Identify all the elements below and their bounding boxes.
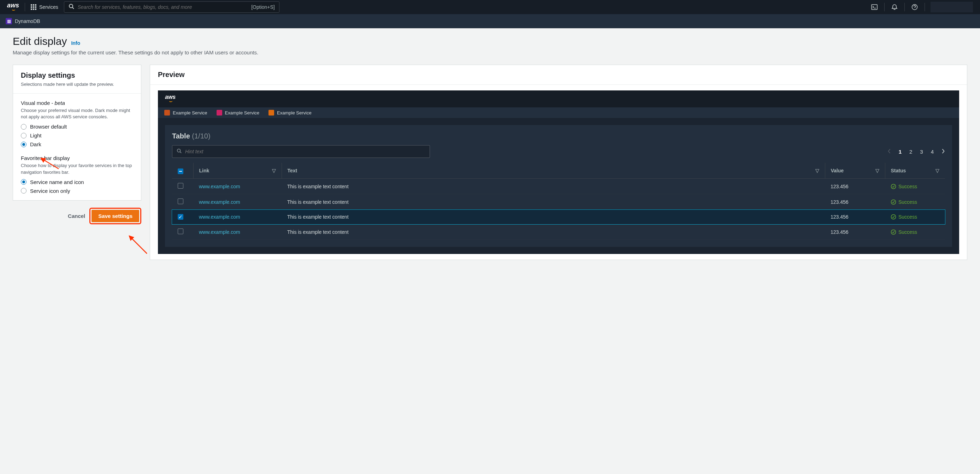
radio-name-and-icon[interactable]: Service name and icon <box>21 179 133 185</box>
settings-subtitle: Selections made here will update the pre… <box>21 81 133 87</box>
radio-icon <box>21 124 27 130</box>
cloudshell-icon[interactable] <box>870 3 878 11</box>
account-menu[interactable] <box>931 2 973 12</box>
info-link[interactable]: Info <box>71 40 80 46</box>
cell-value: 123.456 <box>825 194 885 210</box>
select-all-header[interactable] <box>172 163 193 179</box>
radio-icon-only[interactable]: Service icon only <box>21 188 133 194</box>
table-row[interactable]: www.example.comThis is example text cont… <box>172 224 945 240</box>
cell-text: This is example text content <box>282 210 825 224</box>
svg-point-17 <box>891 184 896 189</box>
preview-topnav: aws⌣ <box>158 91 959 107</box>
cell-value: 123.456 <box>825 210 885 224</box>
radio-icon <box>21 142 27 147</box>
radio-icon <box>21 179 27 185</box>
annotation-highlight: Save settings <box>89 208 141 224</box>
svg-rect-0 <box>31 4 32 6</box>
notifications-icon[interactable] <box>890 3 899 11</box>
svg-point-9 <box>69 4 73 8</box>
aws-logo[interactable]: aws⌣ <box>7 2 19 12</box>
help-icon[interactable] <box>910 3 919 11</box>
service-icon <box>269 110 274 116</box>
col-text[interactable]: Text▽ <box>282 163 825 179</box>
cell-link[interactable]: www.example.com <box>193 224 282 240</box>
preview-table-card: Table (1/10) <box>165 125 952 247</box>
cell-link[interactable]: www.example.com <box>193 210 282 224</box>
service-icon <box>216 110 222 116</box>
svg-rect-8 <box>35 8 37 10</box>
cell-value: 123.456 <box>825 224 885 240</box>
divider <box>924 3 925 11</box>
search-icon <box>68 3 74 11</box>
cancel-button[interactable]: Cancel <box>68 208 85 224</box>
visual-mode-radios: Browser default Light Dark <box>21 124 133 147</box>
preview-table: Link▽ Text▽ Value▽ Status▽ www.example.c… <box>172 163 945 240</box>
table-search-input[interactable] <box>185 149 425 154</box>
favorites-title: Favorites bar display <box>21 155 133 161</box>
row-checkbox[interactable] <box>178 199 183 204</box>
page-title: Edit display <box>13 35 67 47</box>
save-settings-button[interactable]: Save settings <box>92 210 139 222</box>
radio-light[interactable]: Light <box>21 132 133 138</box>
col-status[interactable]: Status▽ <box>885 163 945 179</box>
row-checkbox[interactable] <box>178 229 183 234</box>
radio-icon <box>21 133 27 138</box>
svg-rect-2 <box>35 4 37 6</box>
divider <box>884 3 885 11</box>
display-settings-panel: Display settings Selections made here wi… <box>13 65 141 200</box>
search-input[interactable] <box>78 4 248 10</box>
visual-mode-title: Visual mode - beta <box>21 100 133 106</box>
favorites-radios: Service name and icon Service icon only <box>21 179 133 194</box>
table-search[interactable] <box>172 145 430 158</box>
visual-mode-desc: Choose your preferred visual mode. Dark … <box>21 107 133 120</box>
col-value[interactable]: Value▽ <box>825 163 885 179</box>
main-content: Edit display Info Manage display setting… <box>0 28 980 267</box>
radio-browser-default[interactable]: Browser default <box>21 124 133 130</box>
cell-link[interactable]: www.example.com <box>193 194 282 210</box>
preview-favorites-bar: Example Service Example Service Example … <box>158 107 959 118</box>
checkbox-indeterminate-icon <box>178 169 183 174</box>
page-3[interactable]: 3 <box>920 149 923 155</box>
table-row[interactable]: www.example.comThis is example text cont… <box>172 179 945 194</box>
favorite-service[interactable]: Example Service <box>216 110 260 116</box>
aws-logo: aws⌣ <box>165 94 176 103</box>
services-label: Services <box>39 4 58 10</box>
favorite-service[interactable]: Example Service <box>164 110 207 116</box>
cell-status: Success <box>885 194 945 210</box>
row-checkbox[interactable] <box>178 183 183 189</box>
radio-dark[interactable]: Dark <box>21 141 133 147</box>
svg-rect-3 <box>31 6 32 8</box>
page-prev[interactable] <box>888 148 891 155</box>
sort-icon: ▽ <box>935 168 939 173</box>
dynamodb-icon: ▦ <box>6 18 12 24</box>
action-buttons: Cancel Save settings <box>13 208 141 224</box>
page-next[interactable] <box>942 148 945 155</box>
service-subnav: ▦ DynamoDB <box>0 14 980 28</box>
row-checkbox[interactable]: ✓ <box>178 214 183 220</box>
services-menu[interactable]: Services <box>31 4 58 10</box>
preview-title: Preview <box>158 71 959 79</box>
svg-rect-6 <box>31 8 32 10</box>
col-link[interactable]: Link▽ <box>193 163 282 179</box>
svg-rect-1 <box>33 4 34 6</box>
svg-point-15 <box>177 149 181 152</box>
search-icon <box>177 148 181 155</box>
page-4[interactable]: 4 <box>931 149 934 155</box>
service-icon <box>164 110 170 116</box>
cell-text: This is example text content <box>282 194 825 210</box>
svg-line-16 <box>180 152 181 153</box>
cell-link[interactable]: www.example.com <box>193 179 282 194</box>
success-icon <box>891 214 896 220</box>
table-row[interactable]: ✓www.example.comThis is example text con… <box>172 210 945 224</box>
page-2[interactable]: 2 <box>909 149 912 155</box>
page-1[interactable]: 1 <box>899 149 902 155</box>
svg-rect-7 <box>33 8 34 10</box>
service-tag[interactable]: ▦ DynamoDB <box>6 18 40 24</box>
svg-rect-5 <box>35 6 37 8</box>
favorite-service[interactable]: Example Service <box>269 110 312 116</box>
global-search[interactable]: [Option+S] <box>64 2 280 13</box>
sort-icon: ▽ <box>875 168 879 173</box>
cell-status: Success <box>885 179 945 194</box>
table-row[interactable]: www.example.comThis is example text cont… <box>172 194 945 210</box>
success-icon <box>891 184 896 189</box>
